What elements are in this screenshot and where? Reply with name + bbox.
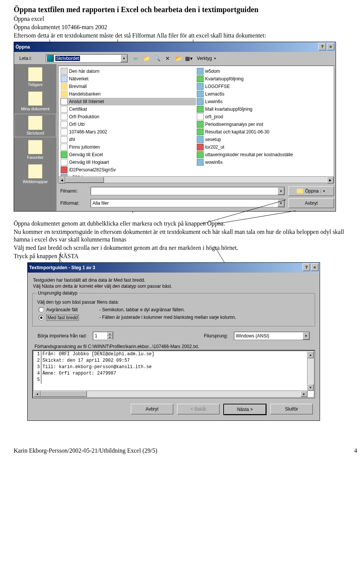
preview-scroll-right-icon[interactable]: ▶ — [301, 391, 308, 397]
scroll-up-icon[interactable]: ▲ — [308, 351, 314, 358]
preview-line-number: 3 — [34, 364, 41, 371]
scroll-down-icon[interactable]: ▼ — [308, 384, 314, 391]
file-item[interactable]: Handelsbanken — [60, 90, 196, 98]
radio-fixed-width[interactable]: Med fast bredd — [39, 315, 96, 321]
spin-up-icon[interactable]: ▲ — [107, 332, 113, 336]
file-item[interactable]: tor202_ut — [196, 143, 332, 151]
file-item[interactable]: LOGOFFSE — [196, 83, 332, 90]
tools-menu[interactable]: Verktyg ▼ — [195, 56, 218, 61]
place-tidigare[interactable]: Tidigare — [15, 66, 56, 88]
wizard-next-button[interactable]: Nästa > — [223, 404, 267, 415]
file-item[interactable]: uttaxeringskoder resultat per kostnadsst… — [196, 151, 332, 158]
help-icon[interactable]: ? — [318, 43, 326, 50]
file-item-label: Brevmall — [69, 84, 87, 89]
file-item-label: Genväg till Hogiaart — [69, 160, 109, 165]
file-item[interactable]: Certifikat — [60, 105, 196, 113]
file-item[interactable]: Periodiseringsanalys per inst — [196, 121, 332, 128]
open-button[interactable]: Öppna ▼ — [289, 186, 334, 196]
wizard-finish-button[interactable]: Slutför — [270, 404, 313, 414]
new-folder-icon[interactable]: 📂 — [174, 54, 182, 63]
place-webbmappar[interactable]: Webbmappar — [15, 163, 56, 185]
cancel-button[interactable]: Avbryt — [289, 198, 334, 208]
file-list[interactable]: Den här datornNätverketBrevmallHandelsba… — [58, 66, 334, 183]
radio-delimited[interactable]: Avgränsade fält — [39, 307, 96, 312]
look-in-combo[interactable]: Skrivbordet ▼ — [46, 54, 128, 63]
file-item[interactable]: Anslut till Internet — [60, 98, 196, 105]
link-icon — [61, 98, 67, 105]
file-item-label: Periodiseringsanalys per inst — [205, 122, 263, 127]
chevron-down-icon[interactable]: ▼ — [121, 55, 127, 62]
filename-dd-icon[interactable]: ▼ — [278, 187, 284, 195]
delete-icon[interactable]: ✕ — [163, 54, 172, 63]
file-item-label: 107466-Mars 2002 — [69, 129, 107, 135]
preview-scroll-left-icon[interactable]: ◀ — [34, 391, 41, 397]
file-item[interactable]: Genväg till Excel — [60, 151, 196, 158]
origin-value: Windows (ANSI) — [236, 333, 269, 339]
file-item[interactable]: Mall kvartalsuppföljning — [196, 105, 332, 113]
file-item-label: Kvartalsuppföljning — [205, 76, 243, 82]
file-item[interactable]: Lwwin6s — [196, 98, 332, 105]
back-icon[interactable]: ⇦ — [132, 54, 140, 63]
preview-line-number: 2 — [34, 358, 41, 364]
place-favoriter[interactable]: Favoriter — [15, 138, 56, 161]
file-item[interactable]: Orfi Utb — [60, 121, 196, 128]
file-item[interactable]: wowin6s — [196, 158, 332, 166]
search-web-icon[interactable]: 🔍 — [153, 54, 161, 63]
instr-after1: Öppna dokumentet genom att dubbelklicka … — [14, 220, 357, 227]
start-row-value: 1 — [95, 333, 97, 339]
place-skrivbord[interactable]: Skrivbord — [15, 114, 56, 137]
folder-open-icon — [297, 188, 303, 194]
look-in-label: Leta i: — [19, 56, 42, 61]
file-item[interactable]: ie5dom — [196, 67, 332, 75]
file-item[interactable]: Finns jultomten — [60, 143, 196, 151]
file-item[interactable]: orfi_prod — [196, 113, 332, 121]
origin-select[interactable]: Windows (ANSI) ▼ — [234, 332, 310, 340]
preview-row: 5 — [34, 377, 314, 384]
file-item[interactable]: Lwmac6s — [196, 90, 332, 98]
scroll-right-icon[interactable]: ▶ — [327, 177, 334, 183]
origin-dd-icon[interactable]: ▼ — [303, 332, 309, 340]
spin-down-icon[interactable]: ▼ — [107, 336, 113, 339]
wizard-titlebar[interactable]: Textimportguiden - Steg 1 av 3 ? × — [28, 263, 320, 273]
file-item[interactable]: Brevmall — [60, 83, 196, 90]
preview-vscroll[interactable]: ▲ ▼ — [307, 351, 314, 391]
place-mina-dokument[interactable]: Mina dokument — [15, 90, 56, 113]
open-dialog-titlebar[interactable]: Öppna ? × — [14, 42, 336, 52]
file-item[interactable]: Den här datorn — [60, 67, 196, 75]
up-folder-icon[interactable]: 📁 — [142, 54, 151, 63]
link-icon — [61, 121, 67, 128]
format-dd-icon[interactable]: ▼ — [278, 199, 284, 207]
wizard-close-icon[interactable]: × — [311, 263, 318, 271]
close-icon[interactable]: × — [327, 43, 334, 50]
wizard-back-button[interactable]: < Bakåt — [177, 404, 220, 414]
file-item[interactable]: Nätverket — [60, 75, 196, 83]
views-icon[interactable]: ▦▾ — [185, 54, 193, 63]
wizard-help-icon[interactable]: ? — [303, 263, 310, 271]
scroll-thumb[interactable] — [65, 177, 104, 183]
file-item[interactable]: sesetup — [196, 136, 332, 143]
file-item[interactable]: dhl — [60, 136, 196, 143]
file-item[interactable]: iD2Personal282SignSv — [60, 166, 196, 174]
preview-scroll-thumb[interactable] — [41, 391, 87, 397]
format-combo[interactable]: Alla filer ▼ — [91, 199, 285, 207]
file-item[interactable]: 107466-Mars 2002 — [60, 128, 196, 136]
filename-input[interactable]: ▼ — [91, 187, 285, 195]
file-list-hscroll[interactable]: ◀ ▶ — [58, 176, 334, 183]
scroll-left-icon[interactable]: ◀ — [58, 177, 65, 183]
preview-label: Förhandsgranskning av fil C:\WINNT\Profi… — [28, 342, 320, 350]
file-item[interactable]: Resultat och kapital 2001-06-30 — [196, 128, 332, 136]
file-item[interactable]: Orfi Produktion — [60, 113, 196, 121]
file-item-label: Lwmac6s — [205, 91, 224, 97]
file-item[interactable]: Genväg till Hogiaart — [60, 158, 196, 166]
preview-hscroll[interactable]: ◀ ▶ — [34, 390, 308, 397]
file-item[interactable]: Kvartalsuppföljning — [196, 75, 332, 83]
open-split-dd-icon[interactable]: ▼ — [320, 190, 326, 193]
wizard-cancel-button[interactable]: Avbryt — [131, 404, 173, 414]
preview-row: 1Från: ORFI Jobbko [DENI@delphi.adm.lu.s… — [34, 351, 314, 358]
file-item-label: LOGOFFSE — [205, 84, 230, 89]
file-item-label: orfi_prod — [205, 114, 223, 119]
link-icon — [61, 136, 67, 143]
preview-line-number: 1 — [34, 351, 41, 358]
places-bar: Tidigare Mina dokument Skrivbord Favorit… — [14, 64, 56, 211]
start-row-input[interactable]: 1 ▲ ▼ — [93, 332, 113, 340]
